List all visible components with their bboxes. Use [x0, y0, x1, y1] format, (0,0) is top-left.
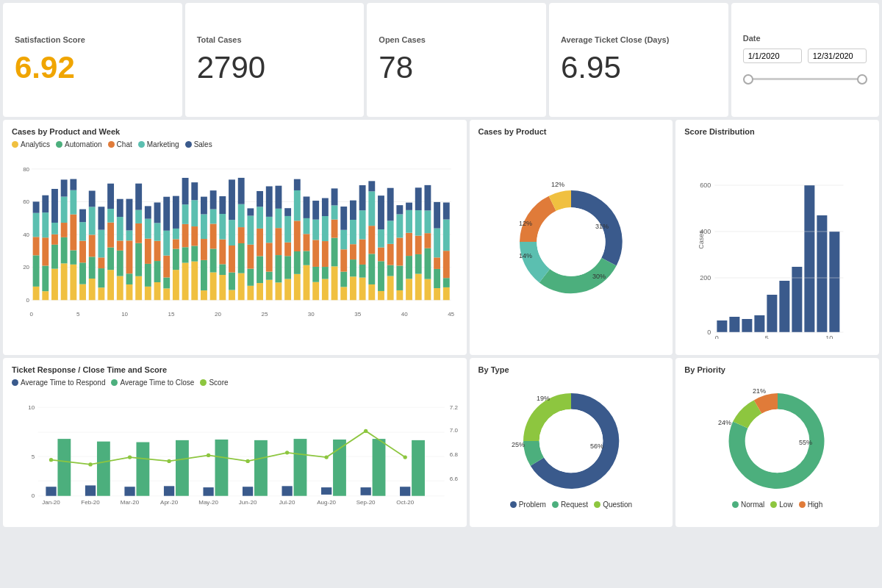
svg-rect-186: [359, 265, 366, 278]
donut-hole: [537, 207, 605, 276]
svg-rect-64: [126, 199, 133, 231]
svg-rect-170: [331, 266, 338, 300]
score-label: Score: [209, 379, 228, 387]
date-start-input[interactable]: [743, 49, 802, 63]
svg-rect-180: [350, 276, 356, 300]
svg-rect-131: [257, 256, 263, 283]
label-14: 14%: [519, 252, 532, 259]
svg-rect-88: [173, 229, 179, 239]
svg-rect-124: [238, 178, 245, 204]
respond-bar-apr: [164, 486, 174, 495]
slider-thumb-left[interactable]: [743, 74, 753, 85]
sales-label: Sales: [194, 140, 212, 148]
y-tick-600: 600: [700, 182, 711, 189]
legend-automation: Automation: [56, 140, 102, 148]
svg-rect-42: [89, 234, 96, 257]
open-cases-kpi: Open Cases 78: [367, 3, 546, 117]
svg-rect-51: [107, 248, 114, 270]
svg-rect-227: [434, 257, 440, 269]
svg-rect-27: [61, 223, 68, 237]
marketing-dot: [138, 141, 145, 148]
total-cases-title: Total Cases: [197, 35, 353, 44]
svg-rect-26: [61, 237, 68, 264]
slider-thumb-right[interactable]: [857, 74, 867, 85]
svg-rect-96: [191, 245, 198, 261]
kpi-row: Satisfaction Score 6.92 Total Cases 2790…: [3, 3, 879, 117]
svg-rect-118: [229, 220, 235, 245]
svg-rect-101: [201, 260, 207, 290]
svg-text:30: 30: [308, 311, 315, 318]
score-dist-title: Score Distribution: [684, 127, 870, 136]
x-label-apr: Apr-20: [160, 499, 179, 506]
svg-rect-54: [107, 184, 114, 209]
svg-rect-67: [135, 223, 142, 243]
svg-rect-174: [331, 188, 338, 205]
bar-5: [767, 295, 778, 332]
svg-rect-199: [378, 196, 384, 229]
svg-rect-164: [312, 201, 319, 220]
svg-rect-25: [61, 263, 68, 300]
svg-rect-60: [126, 284, 133, 300]
svg-rect-230: [443, 287, 450, 300]
svg-rect-41: [89, 257, 96, 279]
date-slider[interactable]: [743, 72, 867, 87]
svg-rect-167: [322, 241, 329, 267]
middle-row: Cases by Product and Week Analytics Auto…: [3, 120, 879, 355]
svg-rect-82: [163, 256, 170, 278]
svg-rect-63: [126, 230, 133, 240]
legend-sales: Sales: [185, 140, 212, 148]
by-priority-title: By Priority: [684, 365, 870, 374]
x-tick-10: 10: [826, 334, 833, 339]
high-dot: [799, 501, 806, 508]
svg-rect-189: [359, 185, 366, 210]
y-right-72: 7.2: [450, 404, 458, 411]
dashboard: Satisfaction Score 6.92 Total Cases 2790…: [0, 0, 882, 588]
total-cases-kpi: Total Cases 2790: [185, 3, 365, 117]
date-end-input[interactable]: [808, 49, 867, 63]
svg-rect-171: [331, 238, 338, 267]
svg-rect-166: [322, 267, 329, 279]
question-label: Question: [603, 501, 632, 509]
svg-rect-205: [396, 290, 403, 300]
svg-rect-183: [350, 220, 356, 244]
svg-rect-224: [424, 185, 431, 211]
respond-bar-jan: [46, 487, 56, 495]
x-label-jan: Jan-20: [42, 499, 60, 506]
score-dist-svg: Cases 600 400 200: [684, 140, 870, 339]
svg-rect-58: [117, 217, 123, 240]
cases-by-product-title: Cases by Product: [478, 127, 664, 136]
svg-text:0: 0: [26, 297, 30, 304]
svg-rect-210: [406, 279, 412, 300]
problem-dot: [510, 501, 517, 508]
bar-6: [780, 281, 790, 332]
svg-rect-57: [117, 240, 123, 250]
svg-rect-172: [331, 220, 338, 238]
svg-rect-107: [210, 223, 217, 248]
ticket-response-card: Ticket Response / Close Time and Score A…: [3, 358, 467, 527]
respond-dot: [12, 379, 18, 386]
svg-rect-129: [247, 208, 254, 215]
svg-rect-152: [294, 220, 301, 251]
close-bar-feb: [97, 442, 110, 496]
request-label: Request: [561, 501, 588, 509]
satisfaction-kpi: Satisfaction Score 6.92: [3, 3, 182, 117]
automation-label: Automation: [65, 140, 102, 148]
ticket-response-svg: 10 5 0 7.2 7.0 6.8 6.6: [12, 391, 458, 512]
svg-rect-79: [154, 202, 161, 223]
x-label-aug: Aug-20: [317, 499, 336, 506]
bar-8: [805, 185, 815, 332]
score-point-feb: [88, 462, 92, 466]
svg-rect-98: [191, 200, 198, 226]
svg-rect-135: [266, 280, 273, 301]
svg-rect-149: [284, 208, 291, 216]
svg-rect-220: [424, 279, 431, 301]
stacked-bar-svg: 020406080051015202530354045: [12, 153, 458, 329]
svg-rect-77: [154, 241, 161, 261]
svg-rect-53: [107, 209, 114, 223]
svg-rect-89: [173, 196, 179, 229]
svg-text:40: 40: [23, 232, 29, 238]
svg-rect-20: [51, 269, 58, 301]
svg-rect-127: [247, 245, 254, 269]
svg-rect-32: [70, 215, 76, 251]
legend-marketing: Marketing: [138, 140, 179, 148]
